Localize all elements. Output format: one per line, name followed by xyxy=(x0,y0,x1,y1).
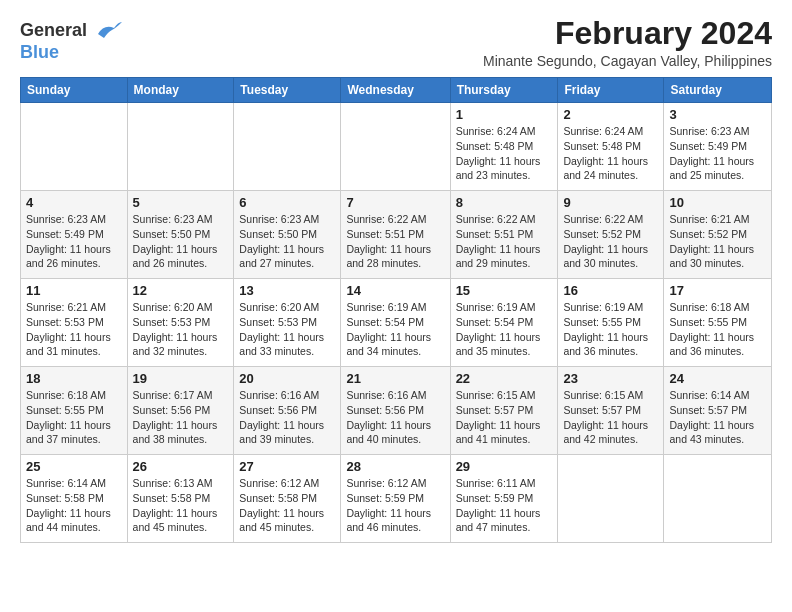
day-number: 1 xyxy=(456,107,553,122)
header-wednesday: Wednesday xyxy=(341,78,450,103)
title-block: February 2024 Minante Segundo, Cagayan V… xyxy=(483,16,772,69)
day-info: Sunrise: 6:11 AM Sunset: 5:59 PM Dayligh… xyxy=(456,476,553,535)
day-number: 28 xyxy=(346,459,444,474)
calendar-cell: 27Sunrise: 6:12 AM Sunset: 5:58 PM Dayli… xyxy=(234,455,341,543)
calendar-cell: 24Sunrise: 6:14 AM Sunset: 5:57 PM Dayli… xyxy=(664,367,772,455)
day-info: Sunrise: 6:15 AM Sunset: 5:57 PM Dayligh… xyxy=(456,388,553,447)
day-number: 5 xyxy=(133,195,229,210)
day-info: Sunrise: 6:18 AM Sunset: 5:55 PM Dayligh… xyxy=(26,388,122,447)
day-number: 13 xyxy=(239,283,335,298)
day-info: Sunrise: 6:22 AM Sunset: 5:52 PM Dayligh… xyxy=(563,212,658,271)
day-info: Sunrise: 6:22 AM Sunset: 5:51 PM Dayligh… xyxy=(456,212,553,271)
day-info: Sunrise: 6:12 AM Sunset: 5:58 PM Dayligh… xyxy=(239,476,335,535)
calendar-cell: 14Sunrise: 6:19 AM Sunset: 5:54 PM Dayli… xyxy=(341,279,450,367)
day-info: Sunrise: 6:21 AM Sunset: 5:53 PM Dayligh… xyxy=(26,300,122,359)
calendar-cell: 15Sunrise: 6:19 AM Sunset: 5:54 PM Dayli… xyxy=(450,279,558,367)
day-number: 20 xyxy=(239,371,335,386)
day-info: Sunrise: 6:23 AM Sunset: 5:50 PM Dayligh… xyxy=(133,212,229,271)
calendar-cell xyxy=(21,103,128,191)
day-number: 21 xyxy=(346,371,444,386)
day-number: 15 xyxy=(456,283,553,298)
day-info: Sunrise: 6:16 AM Sunset: 5:56 PM Dayligh… xyxy=(346,388,444,447)
day-number: 6 xyxy=(239,195,335,210)
day-info: Sunrise: 6:20 AM Sunset: 5:53 PM Dayligh… xyxy=(239,300,335,359)
calendar-cell: 2Sunrise: 6:24 AM Sunset: 5:48 PM Daylig… xyxy=(558,103,664,191)
header-saturday: Saturday xyxy=(664,78,772,103)
calendar-cell xyxy=(558,455,664,543)
calendar-week-1: 1Sunrise: 6:24 AM Sunset: 5:48 PM Daylig… xyxy=(21,103,772,191)
month-year-title: February 2024 xyxy=(483,16,772,51)
day-number: 25 xyxy=(26,459,122,474)
day-info: Sunrise: 6:22 AM Sunset: 5:51 PM Dayligh… xyxy=(346,212,444,271)
calendar-cell: 1Sunrise: 6:24 AM Sunset: 5:48 PM Daylig… xyxy=(450,103,558,191)
calendar-cell: 13Sunrise: 6:20 AM Sunset: 5:53 PM Dayli… xyxy=(234,279,341,367)
calendar-cell: 23Sunrise: 6:15 AM Sunset: 5:57 PM Dayli… xyxy=(558,367,664,455)
day-info: Sunrise: 6:23 AM Sunset: 5:49 PM Dayligh… xyxy=(26,212,122,271)
day-number: 3 xyxy=(669,107,766,122)
day-number: 4 xyxy=(26,195,122,210)
calendar-cell: 12Sunrise: 6:20 AM Sunset: 5:53 PM Dayli… xyxy=(127,279,234,367)
day-number: 16 xyxy=(563,283,658,298)
calendar-cell: 10Sunrise: 6:21 AM Sunset: 5:52 PM Dayli… xyxy=(664,191,772,279)
calendar-week-4: 18Sunrise: 6:18 AM Sunset: 5:55 PM Dayli… xyxy=(21,367,772,455)
day-number: 23 xyxy=(563,371,658,386)
day-number: 19 xyxy=(133,371,229,386)
day-info: Sunrise: 6:19 AM Sunset: 5:54 PM Dayligh… xyxy=(456,300,553,359)
calendar-header-row: SundayMondayTuesdayWednesdayThursdayFrid… xyxy=(21,78,772,103)
day-info: Sunrise: 6:24 AM Sunset: 5:48 PM Dayligh… xyxy=(563,124,658,183)
day-number: 17 xyxy=(669,283,766,298)
day-info: Sunrise: 6:17 AM Sunset: 5:56 PM Dayligh… xyxy=(133,388,229,447)
calendar-cell: 7Sunrise: 6:22 AM Sunset: 5:51 PM Daylig… xyxy=(341,191,450,279)
calendar-cell: 17Sunrise: 6:18 AM Sunset: 5:55 PM Dayli… xyxy=(664,279,772,367)
day-number: 12 xyxy=(133,283,229,298)
day-number: 8 xyxy=(456,195,553,210)
calendar-cell: 19Sunrise: 6:17 AM Sunset: 5:56 PM Dayli… xyxy=(127,367,234,455)
calendar-week-3: 11Sunrise: 6:21 AM Sunset: 5:53 PM Dayli… xyxy=(21,279,772,367)
day-info: Sunrise: 6:19 AM Sunset: 5:55 PM Dayligh… xyxy=(563,300,658,359)
day-number: 11 xyxy=(26,283,122,298)
day-info: Sunrise: 6:14 AM Sunset: 5:58 PM Dayligh… xyxy=(26,476,122,535)
calendar-cell: 6Sunrise: 6:23 AM Sunset: 5:50 PM Daylig… xyxy=(234,191,341,279)
day-info: Sunrise: 6:13 AM Sunset: 5:58 PM Dayligh… xyxy=(133,476,229,535)
day-info: Sunrise: 6:21 AM Sunset: 5:52 PM Dayligh… xyxy=(669,212,766,271)
day-number: 27 xyxy=(239,459,335,474)
header-sunday: Sunday xyxy=(21,78,128,103)
day-number: 26 xyxy=(133,459,229,474)
calendar-cell xyxy=(341,103,450,191)
calendar-cell: 11Sunrise: 6:21 AM Sunset: 5:53 PM Dayli… xyxy=(21,279,128,367)
calendar-cell: 16Sunrise: 6:19 AM Sunset: 5:55 PM Dayli… xyxy=(558,279,664,367)
calendar-cell: 25Sunrise: 6:14 AM Sunset: 5:58 PM Dayli… xyxy=(21,455,128,543)
day-info: Sunrise: 6:24 AM Sunset: 5:48 PM Dayligh… xyxy=(456,124,553,183)
calendar-cell: 3Sunrise: 6:23 AM Sunset: 5:49 PM Daylig… xyxy=(664,103,772,191)
calendar-cell xyxy=(127,103,234,191)
calendar-cell: 4Sunrise: 6:23 AM Sunset: 5:49 PM Daylig… xyxy=(21,191,128,279)
logo-bird-icon xyxy=(94,20,122,42)
header-friday: Friday xyxy=(558,78,664,103)
day-number: 7 xyxy=(346,195,444,210)
calendar-cell: 8Sunrise: 6:22 AM Sunset: 5:51 PM Daylig… xyxy=(450,191,558,279)
calendar-cell: 22Sunrise: 6:15 AM Sunset: 5:57 PM Dayli… xyxy=(450,367,558,455)
header-tuesday: Tuesday xyxy=(234,78,341,103)
calendar-cell: 29Sunrise: 6:11 AM Sunset: 5:59 PM Dayli… xyxy=(450,455,558,543)
day-info: Sunrise: 6:23 AM Sunset: 5:50 PM Dayligh… xyxy=(239,212,335,271)
day-number: 29 xyxy=(456,459,553,474)
calendar-week-2: 4Sunrise: 6:23 AM Sunset: 5:49 PM Daylig… xyxy=(21,191,772,279)
day-info: Sunrise: 6:12 AM Sunset: 5:59 PM Dayligh… xyxy=(346,476,444,535)
logo-blue: Blue xyxy=(20,42,122,63)
calendar-week-5: 25Sunrise: 6:14 AM Sunset: 5:58 PM Dayli… xyxy=(21,455,772,543)
calendar-cell xyxy=(234,103,341,191)
header-monday: Monday xyxy=(127,78,234,103)
day-number: 22 xyxy=(456,371,553,386)
calendar-cell: 28Sunrise: 6:12 AM Sunset: 5:59 PM Dayli… xyxy=(341,455,450,543)
calendar-cell: 20Sunrise: 6:16 AM Sunset: 5:56 PM Dayli… xyxy=(234,367,341,455)
calendar-cell: 26Sunrise: 6:13 AM Sunset: 5:58 PM Dayli… xyxy=(127,455,234,543)
day-info: Sunrise: 6:16 AM Sunset: 5:56 PM Dayligh… xyxy=(239,388,335,447)
day-number: 2 xyxy=(563,107,658,122)
day-info: Sunrise: 6:18 AM Sunset: 5:55 PM Dayligh… xyxy=(669,300,766,359)
day-number: 9 xyxy=(563,195,658,210)
calendar-table: SundayMondayTuesdayWednesdayThursdayFrid… xyxy=(20,77,772,543)
header-thursday: Thursday xyxy=(450,78,558,103)
day-number: 14 xyxy=(346,283,444,298)
day-info: Sunrise: 6:19 AM Sunset: 5:54 PM Dayligh… xyxy=(346,300,444,359)
page-header: General Blue February 2024 Minante Segun… xyxy=(20,16,772,69)
